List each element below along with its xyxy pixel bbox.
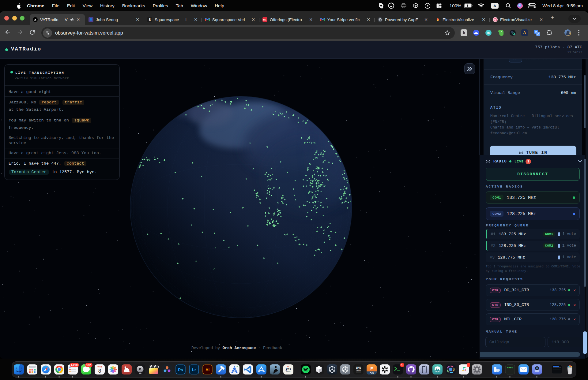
svg-text:exec: exec (507, 366, 513, 369)
svg-text:EPIC: EPIC (356, 367, 361, 369)
svg-text:m: m (487, 31, 490, 35)
svg-text:FUS: FUS (370, 372, 374, 374)
svg-text:Lr: Lr (192, 367, 196, 372)
svg-text:yes: yes (285, 367, 291, 371)
svg-text:Ai: Ai (205, 367, 209, 372)
svg-text:GAMES: GAMES (356, 370, 361, 371)
svg-text:A: A (537, 32, 539, 35)
svg-text:Ps: Ps (178, 367, 183, 372)
svg-text:F: F (370, 366, 373, 371)
svg-text:Wed: Wed (97, 366, 102, 368)
svg-text:eBook: eBook (286, 371, 290, 373)
svg-text:8: 8 (98, 368, 101, 374)
svg-text:A: A (493, 3, 496, 8)
